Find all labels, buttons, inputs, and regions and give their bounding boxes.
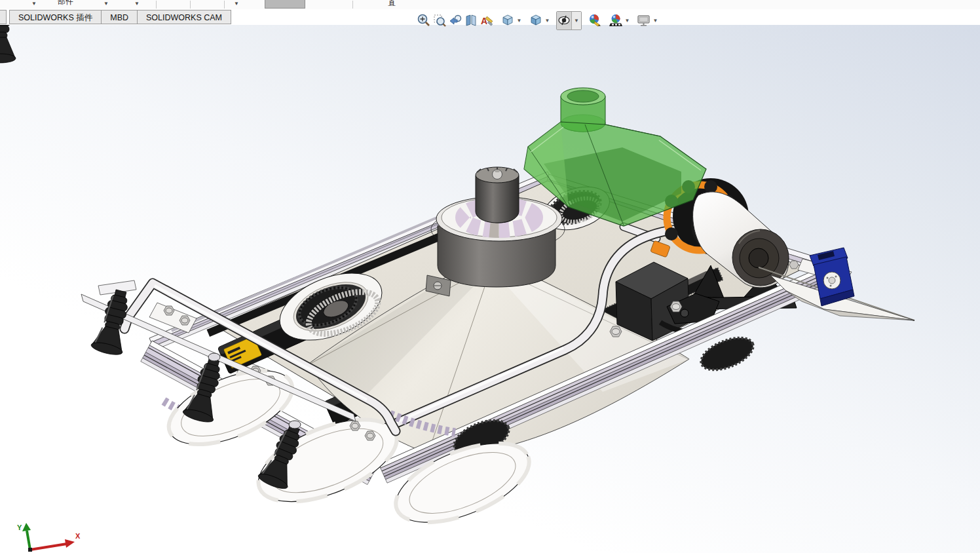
dropdown-caret-icon[interactable]: ▼: [31, 1, 37, 7]
zoom-to-fit-icon[interactable]: [416, 12, 432, 29]
apply-scene-icon[interactable]: [608, 12, 624, 29]
x-axis-label: X: [75, 532, 81, 540]
x-axis-arrow: [65, 539, 75, 548]
tab-mbd[interactable]: MBD: [101, 10, 138, 24]
command-label-partial[interactable]: 部件: [58, 0, 73, 7]
heads-up-view-toolbar: A ▼ ▼ ▼: [416, 11, 659, 29]
apply-scene-dropdown[interactable]: ▼: [624, 12, 631, 29]
tab-solidworks-cam[interactable]: SOLIDWORKS CAM: [137, 10, 231, 24]
command-label-partial[interactable]: 直: [388, 0, 396, 9]
tab-stub[interactable]: [0, 10, 7, 24]
command-manager-strip: ▼ 部件 ▼ ▼ ▼ 直: [0, 0, 980, 10]
display-style-icon[interactable]: [528, 12, 544, 29]
edit-appearance-icon[interactable]: [587, 12, 603, 29]
tab-solidworks-addins[interactable]: SOLIDWORKS 插件: [9, 10, 102, 24]
toolbar-separator: [224, 1, 225, 9]
hide-show-items-dropdown[interactable]: ▼: [571, 12, 581, 29]
hide-show-items-icon[interactable]: [557, 12, 571, 29]
tube-clamp: [208, 353, 220, 361]
y-axis-label: Y: [17, 524, 22, 531]
y-axis-arrow: [22, 523, 31, 531]
dropdown-caret-icon[interactable]: ▼: [104, 1, 109, 7]
previous-view-icon[interactable]: [447, 12, 463, 29]
dropdown-caret-icon[interactable]: ▼: [134, 1, 140, 7]
dynamic-annotation-views-icon[interactable]: A: [479, 12, 495, 29]
pressed-toolbar-button[interactable]: [265, 0, 305, 9]
assembly-model[interactable]: [0, 0, 980, 553]
toolbar-separator: [352, 1, 353, 9]
toolbar-separator: [190, 1, 191, 9]
hide-show-items-button: ▼: [556, 11, 582, 30]
solidworks-window: { "app": {"name": "SOLIDWORKS"}, "comman…: [0, 0, 980, 553]
zoom-to-area-icon[interactable]: [432, 12, 447, 29]
view-orientation-dropdown[interactable]: ▼: [516, 12, 523, 29]
display-style-dropdown[interactable]: ▼: [544, 12, 551, 29]
section-view-icon[interactable]: [463, 12, 479, 29]
reference-triad: Y X: [1, 520, 93, 553]
tube-clamp: [289, 421, 301, 429]
toolbar-separator: [156, 1, 157, 9]
top-motor[interactable]: [476, 167, 519, 223]
view-orientation-icon[interactable]: [500, 12, 516, 29]
dropdown-caret-icon[interactable]: ▼: [234, 1, 239, 7]
view-settings-icon[interactable]: [636, 12, 652, 29]
view-settings-dropdown[interactable]: ▼: [652, 12, 659, 29]
